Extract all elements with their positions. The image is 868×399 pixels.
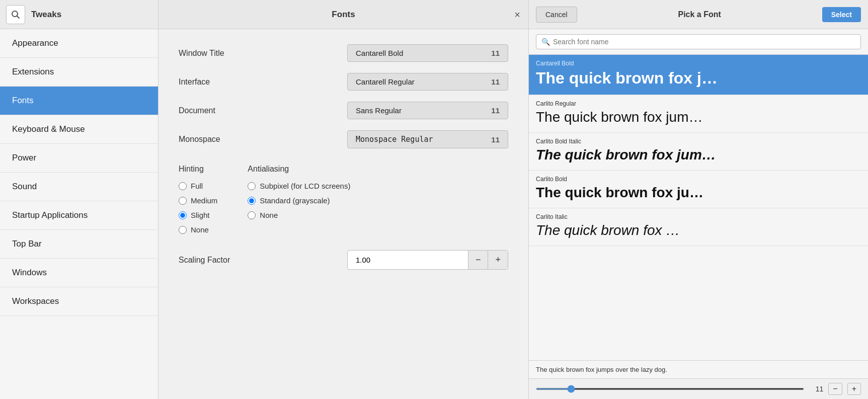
antialiasing-standard-option[interactable]: Standard (grayscale): [248, 196, 350, 205]
size-display: 11: [809, 385, 823, 393]
sidebar: Tweaks Appearance Extensions Fonts Keybo…: [0, 0, 159, 399]
monospace-label: Monospace: [179, 135, 259, 144]
document-label: Document: [179, 106, 259, 115]
monospace-row: Monospace Monospace Regular 11: [179, 130, 508, 148]
sidebar-item-windows[interactable]: Windows: [0, 259, 158, 287]
antialiasing-subpixel-radio[interactable]: [248, 182, 256, 190]
sidebar-item-appearance[interactable]: Appearance: [0, 29, 158, 58]
sidebar-item-top-bar[interactable]: Top Bar: [0, 230, 158, 259]
font-item-preview: The quick brown fox j…: [536, 69, 861, 88]
hinting-medium-radio[interactable]: [179, 197, 187, 205]
search-wrapper: 🔍: [536, 34, 861, 49]
font-item-name: Carlito Bold Italic: [536, 138, 861, 145]
sidebar-item-sound[interactable]: Sound: [0, 173, 158, 201]
interface-row: Interface Cantarell Regular 11: [179, 73, 508, 91]
window-title-font-button[interactable]: Cantarell Bold 11: [347, 44, 508, 62]
size-plus-button[interactable]: +: [847, 383, 861, 395]
hinting-none-radio[interactable]: [179, 226, 187, 234]
scaling-plus-button[interactable]: +: [488, 251, 508, 269]
document-font-name: Sans Regular: [356, 106, 402, 115]
interface-font-button[interactable]: Cantarell Regular 11: [347, 73, 508, 91]
sidebar-item-keyboard-mouse[interactable]: Keyboard & Mouse: [0, 115, 158, 144]
font-list-item[interactable]: Carlito Italic The quick brown fox …: [529, 208, 868, 246]
page-title: Fonts: [332, 10, 355, 20]
document-row: Document Sans Regular 11: [179, 102, 508, 119]
scaling-value-input[interactable]: [348, 252, 468, 268]
options-section: Hinting Full Medium Slight None: [179, 165, 508, 234]
monospace-font-size: 11: [491, 135, 500, 144]
font-item-preview: The quick brown fox jum…: [536, 109, 861, 125]
search-button[interactable]: [6, 5, 25, 24]
hinting-full-option[interactable]: Full: [179, 182, 217, 190]
picker-header: Cancel Pick a Font Select: [529, 0, 868, 29]
size-minus-button[interactable]: −: [828, 383, 842, 395]
scaling-row: Scaling Factor − +: [179, 250, 508, 270]
antialiasing-label: Antialiasing: [248, 165, 350, 174]
antialiasing-group: Antialiasing Subpixel (for LCD screens) …: [248, 165, 350, 234]
font-list-item[interactable]: Carlito Regular The quick brown fox jum…: [529, 95, 868, 133]
antialiasing-subpixel-label: Subpixel (for LCD screens): [260, 182, 350, 190]
font-item-name: Cantarell Bold: [536, 60, 861, 67]
search-icon: [11, 10, 20, 19]
hinting-medium-option[interactable]: Medium: [179, 196, 217, 205]
svg-line-1: [17, 16, 20, 18]
picker-title: Pick a Font: [582, 10, 817, 19]
picker-select-button[interactable]: Select: [822, 7, 861, 22]
antialiasing-subpixel-option[interactable]: Subpixel (for LCD screens): [248, 182, 350, 190]
interface-label: Interface: [179, 77, 259, 87]
app-title: Tweaks: [31, 10, 61, 20]
antialiasing-none-label: None: [260, 211, 278, 219]
hinting-none-option[interactable]: None: [179, 225, 217, 234]
window-title-row: Window Title Cantarell Bold 11: [179, 44, 508, 62]
picker-search-area: 🔍: [529, 29, 868, 55]
antialiasing-none-radio[interactable]: [248, 211, 256, 219]
main-content: Fonts × Window Title Cantarell Bold 11 I…: [159, 0, 528, 399]
hinting-none-label: None: [191, 225, 209, 234]
sidebar-header: Tweaks: [0, 0, 158, 29]
hinting-slight-radio[interactable]: [179, 211, 187, 219]
window-title-font-size: 11: [491, 49, 500, 57]
font-item-name: Carlito Regular: [536, 100, 861, 107]
sidebar-item-power[interactable]: Power: [0, 144, 158, 173]
antialiasing-standard-label: Standard (grayscale): [260, 196, 330, 205]
monospace-font-name: Monospace Regular: [356, 135, 433, 144]
size-slider[interactable]: [536, 388, 804, 390]
antialiasing-standard-radio[interactable]: [248, 197, 256, 205]
window-title-font-name: Cantarell Bold: [356, 49, 403, 57]
antialiasing-none-option[interactable]: None: [248, 211, 350, 219]
hinting-slight-option[interactable]: Slight: [179, 211, 217, 219]
monospace-font-button[interactable]: Monospace Regular 11: [347, 130, 508, 148]
main-body: Window Title Cantarell Bold 11 Interface…: [159, 29, 528, 285]
font-list-item[interactable]: Carlito Bold Italic The quick brown fox …: [529, 133, 868, 171]
font-list-item[interactable]: Carlito Bold The quick brown fox ju…: [529, 171, 868, 208]
sidebar-item-fonts[interactable]: Fonts: [0, 87, 158, 115]
sidebar-item-extensions[interactable]: Extensions: [0, 58, 158, 87]
interface-font-name: Cantarell Regular: [356, 77, 415, 86]
sidebar-nav: Appearance Extensions Fonts Keyboard & M…: [0, 29, 158, 316]
font-search-icon: 🔍: [541, 38, 550, 46]
picker-preview-bar: The quick brown fox jumps over the lazy …: [529, 360, 868, 378]
sidebar-item-workspaces[interactable]: Workspaces: [0, 287, 158, 316]
document-font-button[interactable]: Sans Regular 11: [347, 102, 508, 119]
hinting-slight-label: Slight: [191, 211, 210, 219]
font-item-preview: The quick brown fox …: [536, 222, 861, 238]
hinting-full-label: Full: [191, 182, 203, 190]
font-item-name: Carlito Italic: [536, 213, 861, 220]
window-title-label: Window Title: [179, 49, 259, 58]
main-header: Fonts ×: [159, 0, 528, 29]
hinting-full-radio[interactable]: [179, 182, 187, 190]
font-item-preview: The quick brown fox ju…: [536, 185, 861, 201]
font-item-preview: The quick brown fox jum…: [536, 147, 861, 163]
sidebar-item-startup-applications[interactable]: Startup Applications: [0, 201, 158, 230]
scaling-control: − +: [347, 250, 508, 270]
hinting-group: Hinting Full Medium Slight None: [179, 165, 217, 234]
close-button[interactable]: ×: [514, 10, 520, 20]
interface-font-size: 11: [491, 77, 500, 86]
font-search-input[interactable]: [553, 38, 855, 46]
font-list-item[interactable]: Cantarell Bold The quick brown fox j…: [529, 55, 868, 95]
font-item-name: Carlito Bold: [536, 176, 861, 183]
document-font-size: 11: [491, 106, 500, 115]
picker-cancel-button[interactable]: Cancel: [536, 7, 577, 23]
hinting-medium-label: Medium: [191, 196, 217, 205]
scaling-minus-button[interactable]: −: [468, 251, 488, 269]
